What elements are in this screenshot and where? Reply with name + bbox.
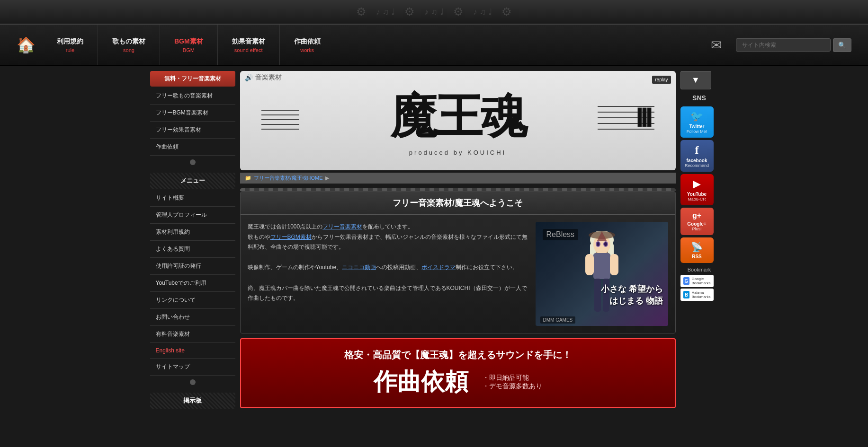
search-button[interactable]: 🔍	[833, 38, 851, 52]
sidebar-menu-links[interactable]: リンクについて	[150, 292, 235, 309]
facebook-card[interactable]: f facebook Recommend	[680, 140, 714, 172]
nav-item-song[interactable]: 歌もの素材 song	[98, 25, 160, 65]
facebook-label: facebook	[683, 158, 711, 163]
sidebar-dot-2	[190, 379, 196, 385]
sidebar-menu-paid[interactable]: 有料音楽素材	[150, 326, 235, 343]
hatena-bookmarks-button[interactable]: B HatenaBookmarks	[680, 289, 714, 301]
svg-point-20	[597, 242, 600, 246]
sidebar-link-commission[interactable]: 作曲依頼	[150, 139, 235, 156]
welcome-section: フリー音楽素材/魔王魂へようこそ 魔王魂では合計1000点以上のフリー音楽素材を…	[240, 191, 676, 333]
sidebar-free-title: 無料・フリー音楽素材	[150, 71, 235, 87]
google-bookmarks-label: GoogleBookmarks	[691, 277, 710, 285]
bookmark-section: Bookmark G GoogleBookmarks B HatenaBookm…	[680, 267, 718, 301]
right-sidebar: ▼ SNS 🐦 Twitter Follow Me! f facebook Re…	[680, 71, 718, 409]
svg-rect-22	[593, 253, 610, 279]
ad-point-1: ・即日納品可能	[483, 374, 542, 382]
youtube-label: YouTube	[683, 192, 711, 197]
twitter-icon: 🐦	[683, 110, 711, 123]
facebook-icon: f	[683, 144, 711, 157]
mail-icon: ✉	[711, 37, 722, 53]
sidebar-menu-youtube[interactable]: YouTubeでのご利用	[150, 275, 235, 292]
sidebar-dot-divider-2	[150, 376, 235, 389]
ad-points: ・即日納品可能 ・デモ音源多数あり	[483, 374, 542, 391]
sidebar-menu-license[interactable]: 使用許可証の発行	[150, 258, 235, 275]
nav-item-rule[interactable]: 利用規約 rule	[43, 25, 98, 65]
google-bookmarks-button[interactable]: G GoogleBookmarks	[680, 275, 714, 287]
rebless-ad[interactable]: ReBless	[536, 222, 668, 326]
nav-items: 利用規約 rule 歌もの素材 song BGM素材 BGM 効果音素材 sou…	[43, 25, 704, 65]
dmm-games-label: DMM GAMES	[540, 316, 576, 324]
sidebar-menu-profile[interactable]: 管理人プロフィール	[150, 207, 235, 224]
welcome-header: フリー音楽素材/魔王魂へようこそ	[241, 192, 675, 215]
center-content: 🔊 音楽素材 replay 魔王	[240, 71, 676, 409]
sidebar-dot-1	[190, 159, 196, 165]
svg-rect-25	[594, 279, 601, 312]
nav-item-bgm[interactable]: BGM素材 BGM	[160, 25, 218, 65]
rss-card[interactable]: 📡 RSS	[680, 237, 714, 263]
ad-point-2: ・デモ音源多数あり	[483, 382, 542, 391]
twitter-label: Twitter	[683, 124, 711, 129]
sidebar-menu-terms[interactable]: 素材利用規約	[150, 224, 235, 241]
free-music-link[interactable]: フリー音楽素材	[322, 223, 362, 230]
banner-decoration-1: ♪ ♫ ♩	[376, 7, 395, 17]
googleplus-card[interactable]: g+ Google+ Plus!	[680, 208, 714, 235]
welcome-paragraph: 魔王魂では合計1000点以上のフリー音楽素材を配布しています。 歌ものやフリーB…	[248, 222, 528, 304]
staff-svg-right	[598, 101, 654, 139]
down-arrow-icon: ▼	[691, 75, 700, 85]
sidebar-link-song[interactable]: フリー歌もの音楽素材	[150, 88, 235, 105]
search-icon: 🔍	[838, 42, 846, 49]
googleplus-icon: g+	[683, 211, 711, 220]
download-button[interactable]: ▼	[680, 71, 711, 89]
nav-item-works[interactable]: 作曲依頼 works	[280, 25, 335, 65]
youtube-icon: ▶	[683, 178, 711, 190]
sidebar-bulletin-title: 掲示板	[150, 393, 235, 409]
sidebar-menu-faq[interactable]: よくある質問	[150, 241, 235, 258]
ad-banner-body: 作曲依頼 ・即日納品可能 ・デモ音源多数あり	[251, 366, 665, 398]
googleplus-sublabel: Plus!	[683, 227, 711, 231]
svg-rect-10	[638, 108, 642, 127]
search-area: 🔍	[729, 25, 859, 65]
twitter-sublabel: Follow Me!	[683, 129, 711, 134]
sidebar-menu-title: メニュー	[150, 173, 235, 189]
anime-girl-svg	[573, 231, 630, 326]
hatena-bookmarks-label: HatenaBookmarks	[691, 290, 710, 299]
sidebar-link-bgm[interactable]: フリーBGM音楽素材	[150, 105, 235, 122]
banner-decoration-2: ♪ ♫ ♩	[424, 7, 444, 17]
welcome-text: 魔王魂では合計1000点以上のフリー音楽素材を配布しています。 歌ものやフリーB…	[248, 222, 528, 326]
breadcrumb: 📁 フリー音楽素材/魔王魂HOME ▶	[240, 173, 676, 184]
sidebar-menu-overview[interactable]: サイト概要	[150, 190, 235, 207]
sidebar-link-sfx[interactable]: フリー効果音素材	[150, 122, 235, 139]
search-input[interactable]	[736, 38, 831, 52]
svg-rect-24	[610, 254, 618, 275]
home-button[interactable]: 🏠	[9, 25, 43, 65]
commission-ad-banner[interactable]: 格安・高品質で【魔王魂】を超えるサウンドを手に！ 作曲依頼 ・即日納品可能 ・デ…	[240, 338, 676, 408]
googleplus-label: Google+	[683, 221, 711, 227]
rss-label: RSS	[683, 254, 711, 259]
sns-label: SNS	[680, 92, 718, 104]
breadcrumb-home[interactable]: フリー音楽素材/魔王魂HOME	[254, 175, 323, 182]
facebook-sublabel: Recommend	[683, 163, 711, 168]
sidebar-menu-english[interactable]: English site	[150, 343, 235, 359]
voice-drama-link[interactable]: ボイスドラマ	[421, 264, 456, 271]
gear-decoration: ⚙	[356, 5, 367, 18]
ad-image-area[interactable]: 広 ReBless	[536, 222, 668, 326]
staff-lines-left	[261, 105, 299, 136]
sidebar-menu-contact[interactable]: お問い合わせ	[150, 309, 235, 326]
niconico-link[interactable]: ニコニコ動画	[342, 264, 376, 271]
welcome-body: 魔王魂では合計1000点以上のフリー音楽素材を配布しています。 歌ものやフリーB…	[241, 215, 675, 333]
main-layout: 無料・フリー音楽素材 フリー歌もの音楽素材 フリーBGM音楽素材 フリー効果音素…	[150, 66, 718, 413]
site-logo: 🔊 音楽素材 replay 魔王	[240, 71, 676, 170]
free-bgm-link[interactable]: フリーBGM素材	[270, 234, 312, 240]
youtube-card[interactable]: ▶ YouTube Maou-CR	[680, 174, 714, 205]
logo-center: 魔王魂 produced by KOUICHI	[247, 78, 669, 163]
nav-item-sfx[interactable]: 効果音素材 sound effect	[218, 25, 280, 65]
twitter-card[interactable]: 🐦 Twitter Follow Me!	[680, 106, 714, 138]
google-bookmarks-icon: G	[683, 277, 690, 285]
breadcrumb-separator: ▶	[325, 175, 329, 181]
youtube-sublabel: Maou-CR	[683, 197, 711, 202]
ad-banner-subtitle: 作曲依頼	[374, 366, 468, 398]
sidebar-menu-sitemap[interactable]: サイトマップ	[150, 359, 235, 376]
sidebar-dot-divider	[150, 156, 235, 169]
home-icon: 🏠	[17, 36, 36, 54]
staff-svg-left	[261, 105, 299, 134]
